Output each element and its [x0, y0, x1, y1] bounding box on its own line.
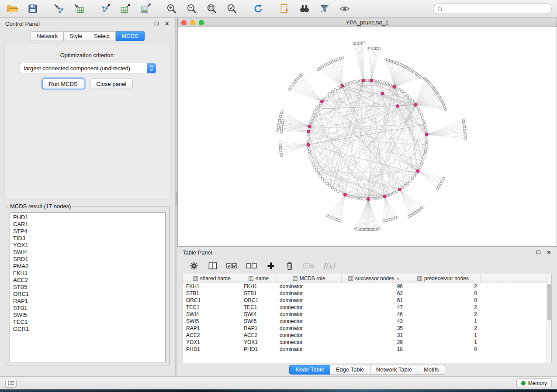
float-panel-button[interactable]	[153, 21, 159, 27]
table-row[interactable]: SWI5SWI5connector431	[183, 318, 551, 325]
table-row[interactable]: YOX1YOX1connector291	[183, 339, 551, 346]
table-cell[interactable]: ACE2	[183, 332, 241, 339]
table-cell[interactable]: YOX1	[183, 339, 241, 346]
tab-edge-table[interactable]: Edge Table	[330, 365, 370, 375]
export-table-button[interactable]	[118, 2, 133, 16]
table-row[interactable]: RAP1RAP1dominator352	[183, 325, 551, 332]
function-builder-button[interactable]: f(x)	[323, 260, 335, 272]
column-header-MCDS-role[interactable]: MCDS role	[277, 274, 341, 283]
mcds-result-item[interactable]: SWI5	[13, 312, 162, 319]
table-cell[interactable]: 47	[341, 304, 406, 311]
mcds-result-item[interactable]: FKH1	[13, 270, 162, 277]
table-cell[interactable]: 62	[341, 290, 406, 297]
table-cell[interactable]: 29	[341, 339, 406, 346]
table-cell[interactable]: 18	[341, 346, 406, 353]
add-row-button[interactable]	[266, 260, 276, 272]
table-cell[interactable]: 96	[341, 283, 406, 290]
table-cell[interactable]: dominator	[277, 346, 341, 353]
close-panel-action-button[interactable]: Close panel	[90, 79, 133, 89]
table-cell[interactable]: connector	[277, 318, 341, 325]
mcds-result-item[interactable]: ORC1	[13, 291, 162, 298]
filter-button[interactable]	[317, 2, 332, 16]
table-scrollbar[interactable]	[547, 274, 551, 363]
apply-layout-button[interactable]	[251, 2, 266, 16]
table-cell[interactable]: PHD1	[241, 346, 277, 353]
graphics-details-button[interactable]	[337, 2, 352, 16]
tab-select[interactable]: Select	[88, 31, 116, 41]
memory-button[interactable]: Memory	[516, 378, 552, 388]
table-cell[interactable]: FKH1	[241, 283, 277, 290]
table-cell[interactable]: RAP1	[241, 325, 277, 332]
table-cell[interactable]: connector	[277, 304, 341, 311]
table-row[interactable]: ORC1ORC1dominator610	[183, 297, 551, 304]
deselect-all-button[interactable]	[246, 260, 257, 272]
table-cell[interactable]: TEC1	[183, 304, 241, 311]
table-cell[interactable]: 2	[406, 283, 480, 290]
zoom-out-button[interactable]	[184, 2, 199, 16]
run-mcds-button[interactable]: Run MCDS	[42, 79, 84, 89]
mcds-result-item[interactable]: ACE2	[13, 277, 162, 284]
table-cell[interactable]: RAP1	[183, 325, 241, 332]
import-network-button[interactable]	[52, 2, 66, 16]
mcds-result-item[interactable]: SWI4	[13, 249, 162, 256]
table-cell[interactable]: ACE2	[241, 332, 277, 339]
table-cell[interactable]: 2	[406, 311, 480, 318]
table-row[interactable]: FKH1FKH1dominator962	[183, 283, 551, 290]
mcds-result-item[interactable]: TID3	[13, 235, 162, 242]
table-cell[interactable]: FKH1	[183, 283, 241, 290]
scrollbar-thumb[interactable]	[547, 284, 551, 320]
close-table-panel-button[interactable]: ×	[546, 249, 552, 255]
table-row[interactable]: ACE2ACE2connector311	[183, 332, 551, 339]
export-image-button[interactable]	[138, 2, 153, 16]
table-row[interactable]: PHD1PHD1dominator180	[183, 346, 551, 353]
export-document-button[interactable]	[277, 2, 292, 16]
mcds-result-item[interactable]: YOX1	[13, 242, 162, 249]
tab-network[interactable]: Network	[31, 31, 64, 41]
table-cell[interactable]: ORC1	[241, 297, 277, 304]
close-panel-button[interactable]: ×	[164, 21, 170, 27]
table-cell[interactable]: 61	[341, 297, 406, 304]
table-cell[interactable]: dominator	[277, 283, 341, 290]
table-cell[interactable]: dominator	[277, 325, 341, 332]
table-row[interactable]: TEC1TEC1connector472	[183, 304, 551, 311]
table-cell[interactable]: dominator	[277, 297, 341, 304]
mcds-result-item[interactable]: TEC1	[13, 319, 162, 326]
table-row[interactable]: SWI4SWI4dominator462	[183, 311, 551, 318]
table-cell[interactable]: 2	[406, 325, 480, 332]
table-cell[interactable]: 31	[341, 332, 406, 339]
float-table-panel-button[interactable]	[535, 249, 541, 255]
mcds-result-item[interactable]: STB5	[13, 284, 162, 291]
open-session-button[interactable]	[5, 2, 20, 16]
column-header-predecessor-nodes[interactable]: predecessor nodes	[406, 274, 480, 283]
zoom-selected-button[interactable]	[225, 2, 239, 16]
table-cell[interactable]: connector	[277, 332, 341, 339]
table-cell[interactable]: YOX1	[241, 339, 277, 346]
show-columns-button[interactable]	[208, 260, 218, 272]
table-cell[interactable]: connector	[277, 339, 341, 346]
search-input[interactable]	[445, 6, 547, 12]
clear-table-button[interactable]	[303, 260, 315, 272]
zoom-in-button[interactable]	[164, 2, 179, 16]
zoom-fit-button[interactable]	[204, 2, 219, 16]
mcds-result-list[interactable]: PHD1CAR1STP4TID3YOX1SWI4SRD1PMA2FKH1ACE2…	[10, 212, 166, 362]
table-cell[interactable]: SWI4	[241, 311, 277, 318]
mcds-result-item[interactable]: GCR1	[13, 326, 162, 333]
tab-network-table[interactable]: Network Table	[370, 365, 418, 375]
column-header-name[interactable]: name	[241, 274, 277, 283]
mcds-result-item[interactable]: RAP1	[13, 298, 162, 305]
table-settings-button[interactable]	[189, 260, 199, 272]
table-cell[interactable]: 0	[406, 297, 480, 304]
table-cell[interactable]: dominator	[277, 311, 341, 318]
tab-motifs[interactable]: Motifs	[418, 365, 445, 375]
table-cell[interactable]: 43	[341, 318, 406, 325]
mcds-result-item[interactable]: CAR1	[13, 221, 162, 228]
column-header-successor-nodes[interactable]: successor nodes▾	[341, 274, 406, 283]
column-header-shared-name[interactable]: shared name	[183, 274, 241, 283]
save-session-button[interactable]	[25, 2, 40, 16]
mcds-result-item[interactable]: PMA2	[13, 263, 162, 270]
mcds-result-item[interactable]: STP4	[13, 228, 162, 235]
table-cell[interactable]: STB1	[241, 290, 277, 297]
network-canvas[interactable]	[178, 27, 557, 246]
table-cell[interactable]: 0	[406, 346, 480, 353]
table-cell[interactable]: 35	[341, 325, 406, 332]
